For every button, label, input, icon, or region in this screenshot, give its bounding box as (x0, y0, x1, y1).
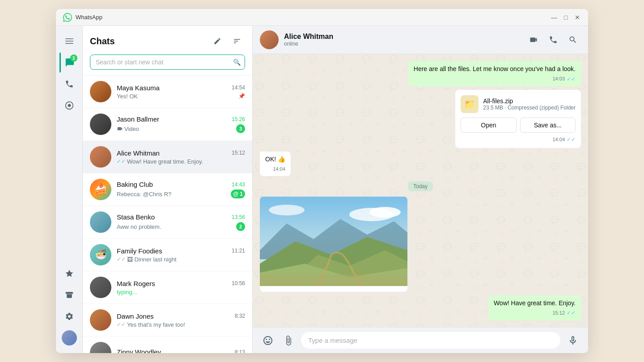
message-6-time: 15:12 (552, 310, 565, 316)
chat-item-mark[interactable]: Mark Rogers 10:56 typing... (83, 271, 252, 304)
sidebar-menu-icon[interactable] (59, 31, 79, 51)
chat-item-stasa[interactable]: Stasa Benko 13:56 Aww no problem. 2 (83, 206, 252, 239)
search-input[interactable] (90, 55, 245, 70)
video-icon (117, 126, 123, 132)
avatar-baking: 🍰 (90, 179, 111, 200)
file-time: 14:04 (552, 137, 565, 142)
sidebar-item-status[interactable] (59, 96, 79, 115)
sidebar-item-archive[interactable] (59, 285, 79, 305)
chat-info-stasa: Stasa Benko 13:56 Aww no problem. 2 (117, 213, 245, 231)
family-ticks: ✓✓ (117, 256, 126, 262)
dawn-ticks: ✓✓ (117, 321, 126, 328)
chat-name-zinny: Zinny Woodley (117, 348, 161, 353)
file-details: All-files.zip 23.5 MB · Compressed (zipp… (483, 97, 576, 111)
sidebar-item-settings[interactable] (59, 307, 79, 326)
chat-badge-baking: @ 1 (231, 189, 245, 198)
video-call-icon (529, 35, 538, 44)
sidebar-item-calls[interactable] (59, 74, 79, 94)
emoji-button[interactable] (260, 333, 276, 349)
svg-rect-0 (65, 38, 73, 39)
sidebar-item-chats[interactable]: 3 (59, 53, 79, 72)
avatar-stasa (90, 211, 111, 233)
attach-button[interactable] (280, 333, 297, 349)
message-3-text: OK! 👍 (265, 155, 285, 164)
chat-item-dawn[interactable]: Dawn Jones 8:32 ✓✓ Yes that's my fave to… (83, 304, 252, 337)
chat-item-maya[interactable]: Maya Kasuma 14:54 Yes! OK 📌 (83, 76, 252, 108)
maximize-button[interactable]: □ (562, 14, 569, 21)
chat-time-alice: 15:12 (232, 150, 245, 156)
status-icon (65, 101, 74, 110)
sidebar-item-starred[interactable] (59, 264, 79, 283)
video-call-button[interactable] (525, 32, 542, 48)
chat-info-mark: Mark Rogers 10:56 typing... (117, 280, 245, 295)
chat-info-alice: Alice Whitman 15:12 ✓✓ Wow! Have great t… (117, 149, 245, 165)
user-avatar (62, 330, 77, 345)
attach-icon (283, 335, 294, 346)
chat-badge-jason: 3 (236, 124, 245, 133)
window-controls: — □ ✕ (551, 14, 581, 21)
file-size: 23.5 MB · Compressed (zipped) Folder (483, 105, 576, 111)
svg-rect-17 (260, 275, 407, 286)
search-container: 🔍 (90, 55, 245, 70)
file-open-button[interactable]: Open (461, 118, 516, 133)
new-chat-button[interactable] (209, 33, 225, 49)
file-save-button[interactable]: Save as... (520, 118, 576, 133)
avatar-family: 🍜 (90, 244, 111, 265)
svg-rect-1 (65, 41, 73, 42)
chat-item-baking[interactable]: 🍰 Baking Club 14:43 Rebecca: @Chris R? @… (83, 173, 252, 206)
whatsapp-logo-icon (63, 13, 72, 22)
chat-window: 💬 ❤ ⭐ Alice Whitman online (253, 26, 588, 353)
image-container (260, 197, 407, 286)
svg-rect-2 (65, 43, 73, 44)
message-input[interactable] (301, 332, 560, 349)
message-6-text: Wow! Have great time. Enjoy. (494, 299, 576, 308)
contact-avatar[interactable] (260, 30, 279, 49)
chat-item-jason[interactable]: Jason Ballmer 15:26 Video 3 (83, 108, 252, 141)
voice-call-button[interactable] (545, 32, 561, 48)
chat-preview-stasa: Aww no problem. (117, 223, 161, 230)
chat-preview-alice: ✓✓ Wow! Have great time. Enjoy. (117, 158, 203, 165)
svg-point-11 (369, 207, 401, 218)
chat-header-left: Alice Whitman online (260, 30, 333, 49)
chat-list: Maya Kasuma 14:54 Yes! OK 📌 Ja (83, 76, 252, 353)
voice-message-button[interactable] (565, 333, 581, 349)
today-label: Today (408, 181, 433, 191)
chat-messages: Here are all the files. Let me know once… (253, 54, 588, 328)
chat-name-family: Family Foodies (117, 247, 162, 255)
archive-icon (65, 290, 74, 299)
chat-item-zinny[interactable]: Zinny Woodley 8:13 (83, 337, 252, 353)
message-1-time: 14:03 (552, 76, 565, 82)
chat-item-alice[interactable]: Alice Whitman 15:12 ✓✓ Wow! Have great t… (83, 141, 252, 173)
chat-item-family[interactable]: 🍜 Family Foodies 11:21 ✓✓ 🖼 Dinner last … (83, 239, 252, 271)
file-ticks: ✓✓ (567, 136, 576, 143)
chat-time-stasa: 13:56 (232, 214, 245, 220)
chat-input-area (253, 328, 588, 353)
alice-ticks: ✓✓ (117, 158, 126, 164)
chat-preview-mark: typing... (117, 289, 137, 295)
pin-icon-maya: 📌 (238, 93, 245, 99)
avatar-alice (90, 146, 111, 168)
filter-icon (233, 37, 241, 45)
close-button[interactable]: ✕ (574, 14, 581, 21)
sidebar-profile-avatar[interactable] (59, 328, 79, 348)
svg-point-4 (68, 104, 71, 107)
avatar-maya (90, 81, 111, 102)
chat-time-dawn: 8:32 (235, 313, 245, 319)
hamburger-icon (65, 37, 73, 45)
chat-name-mark: Mark Rogers (117, 280, 155, 287)
message-6: Wow! Have great time. Enjoy. 15:12 ✓✓ (488, 295, 581, 320)
file-header: 📁 All-files.zip 23.5 MB · Compressed (zi… (461, 95, 576, 113)
chat-info-zinny: Zinny Woodley 8:13 (117, 348, 245, 353)
search-chat-button[interactable] (565, 32, 581, 48)
chat-preview-family: ✓✓ 🖼 Dinner last night (117, 256, 177, 263)
filter-button[interactable] (229, 33, 245, 49)
emoji-icon (263, 335, 273, 346)
today-divider: Today (260, 180, 581, 193)
app-body: 3 (56, 26, 588, 353)
chat-name-jason: Jason Ballmer (117, 115, 159, 123)
file-name: All-files.zip (483, 97, 576, 105)
minimize-button[interactable]: — (551, 14, 558, 21)
message-3-time: 14:04 (273, 166, 285, 173)
settings-icon (65, 312, 74, 321)
message-6-ticks: ✓✓ (567, 309, 576, 317)
